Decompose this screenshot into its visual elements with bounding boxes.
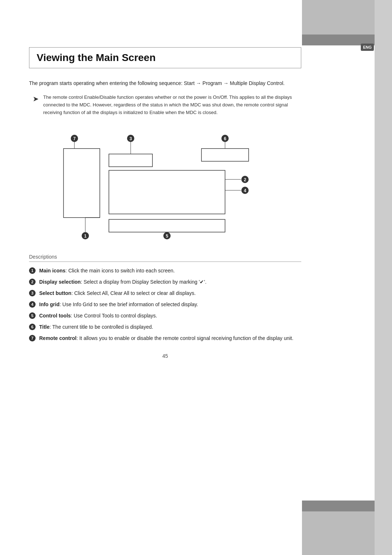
svg-text:5: 5 <box>166 234 168 239</box>
svg-text:6: 6 <box>224 136 226 141</box>
desc-colon-4: : Use Info Grid to see the brief informa… <box>60 301 198 307</box>
desc-colon-5: : Use Control Tools to control displays. <box>71 313 157 319</box>
svg-rect-0 <box>64 149 100 218</box>
deco-top <box>302 0 375 35</box>
descriptions-title: Descriptions <box>29 254 301 262</box>
descriptions-section: Descriptions 1 Main icons: Click the mai… <box>29 254 301 342</box>
svg-text:4: 4 <box>244 188 246 193</box>
desc-label-6: Title <box>39 324 50 330</box>
desc-colon-1: : Click the main icons to switch into ea… <box>65 268 175 274</box>
right-sidebar <box>375 0 392 555</box>
desc-item-4: 4 Info grid: Use Info Grid to see the br… <box>29 301 301 308</box>
desc-label-3: Select button <box>39 290 72 296</box>
desc-item-1: 1 Main icons: Click the main icons to sw… <box>29 267 301 275</box>
deco-bottom <box>302 511 375 555</box>
intro-text: The program starts operating when enteri… <box>29 79 301 87</box>
desc-num-3: 3 <box>29 290 36 296</box>
desc-item-2: 2 Display selection: Select a display fr… <box>29 278 301 286</box>
diagram-area: 7 3 6 2 4 1 5 <box>29 127 301 243</box>
desc-colon-7: : It allows you to enable or disable the… <box>77 335 294 341</box>
desc-text-1: Main icons: Click the main icons to swit… <box>39 267 301 275</box>
desc-item-7: 7 Remote control: It allows you to enabl… <box>29 335 301 342</box>
main-content: Viewing the Main Screen The program star… <box>29 0 301 366</box>
note-text: The remote control Enable/Disable functi… <box>43 94 301 116</box>
desc-label-4: Info grid <box>39 301 60 307</box>
desc-num-7: 7 <box>29 335 36 341</box>
desc-text-2: Display selection: Select a display from… <box>39 278 301 286</box>
desc-num-5: 5 <box>29 312 36 319</box>
svg-text:1: 1 <box>84 234 87 239</box>
desc-colon-3: : Click Select All, Clear All to select … <box>72 290 196 296</box>
page-title-box: Viewing the Main Screen <box>29 47 301 68</box>
deco-bottom2 <box>302 501 375 511</box>
page-number: 45 <box>29 353 301 366</box>
desc-item-3: 3 Select button: Click Select All, Clear… <box>29 289 301 297</box>
desc-colon-6: : The current title to be controlled is … <box>50 324 153 330</box>
desc-text-6: Title: The current title to be controlle… <box>39 323 301 331</box>
desc-item-6: 6 Title: The current title to be control… <box>29 323 301 331</box>
note-block: ➤ The remote control Enable/Disable func… <box>33 94 301 116</box>
desc-label-1: Main icons <box>39 268 65 274</box>
note-arrow-icon: ➤ <box>33 94 39 103</box>
desc-colon-2: : Select a display from Display Selectio… <box>81 279 206 285</box>
svg-text:2: 2 <box>244 177 246 182</box>
svg-rect-4 <box>201 149 249 161</box>
desc-label-2: Display selection <box>39 279 81 285</box>
desc-num-2: 2 <box>29 279 36 285</box>
eng-badge: ENG <box>361 44 374 51</box>
page-title: Viewing the Main Screen <box>37 52 294 64</box>
svg-rect-3 <box>109 219 225 232</box>
desc-item-5: 5 Control tools: Use Control Tools to co… <box>29 312 301 320</box>
diagram-svg: 7 3 6 2 4 1 5 <box>29 127 301 243</box>
desc-text-5: Control tools: Use Control Tools to cont… <box>39 312 301 320</box>
desc-label-5: Control tools <box>39 313 71 319</box>
desc-label-7: Remote control <box>39 335 77 341</box>
desc-text-4: Info grid: Use Info Grid to see the brie… <box>39 301 301 308</box>
svg-rect-1 <box>109 154 152 167</box>
desc-num-4: 4 <box>29 301 36 308</box>
svg-rect-2 <box>109 170 225 214</box>
desc-text-7: Remote control: It allows you to enable … <box>39 335 301 342</box>
svg-text:7: 7 <box>73 136 76 141</box>
svg-text:3: 3 <box>130 136 132 141</box>
desc-num-1: 1 <box>29 267 36 274</box>
desc-text-3: Select button: Click Select All, Clear A… <box>39 289 301 297</box>
desc-num-6: 6 <box>29 324 36 330</box>
